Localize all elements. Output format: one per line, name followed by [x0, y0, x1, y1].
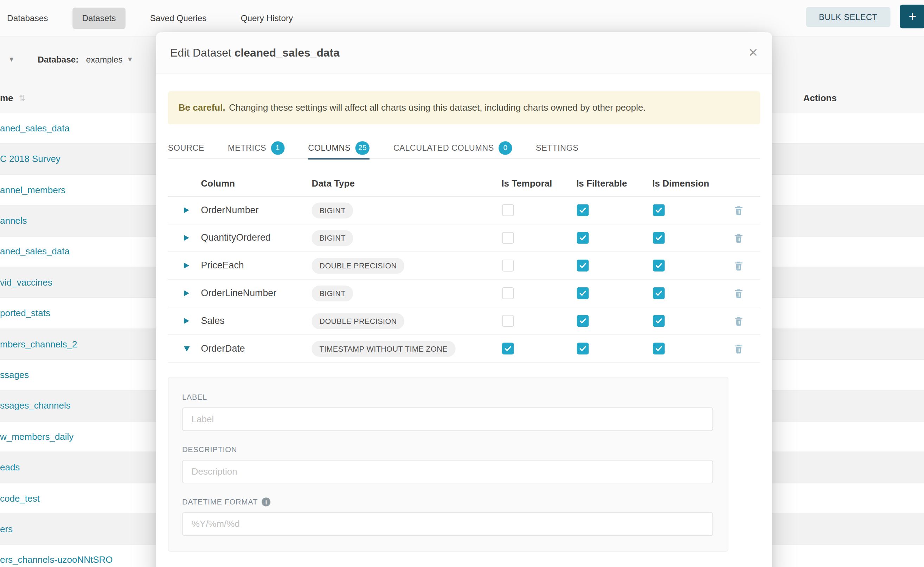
expand-caret-icon[interactable]	[184, 318, 189, 324]
is-filterable-checkbox[interactable]	[577, 342, 589, 354]
collapse-caret-icon[interactable]	[184, 346, 190, 351]
tab-columns-label: COLUMNS	[308, 143, 351, 153]
is-temporal-checkbox[interactable]	[502, 287, 514, 299]
dataset-link[interactable]: C 2018 Survey	[0, 154, 60, 164]
is-temporal-checkbox[interactable]	[502, 315, 514, 327]
expand-caret-icon[interactable]	[184, 207, 189, 213]
chevron-down-icon[interactable]: ▾	[9, 54, 14, 64]
modal-title: Edit Dataset cleaned_sales_data	[170, 46, 340, 59]
dataset-link[interactable]: aned_sales_data	[0, 246, 69, 257]
datetime-format-field-group: DATETIME FORMAT i	[182, 498, 714, 536]
columns-table-header: Column Data Type Is Temporal Is Filterab…	[168, 171, 760, 197]
is-dimension-checkbox[interactable]	[653, 260, 665, 272]
column-row: SalesDOUBLE PRECISION	[168, 308, 760, 335]
nav-item-query-history[interactable]: Query History	[231, 8, 302, 28]
dataset-link[interactable]: aned_sales_data	[0, 123, 69, 134]
datetime-format-input[interactable]	[182, 512, 713, 536]
dataset-link[interactable]: ported_stats	[0, 308, 50, 319]
column-row: OrderDateTIMESTAMP WITHOUT TIME ZONE	[168, 335, 760, 363]
columns-table-body: OrderNumberBIGINTQuantityOrderedBIGINTPr…	[168, 197, 760, 363]
is-temporal-checkbox[interactable]	[502, 342, 514, 354]
datetime-format-label-text: DATETIME FORMAT	[182, 498, 258, 506]
nav-item-datasets[interactable]: Datasets	[73, 8, 125, 28]
app-viewport: Databases Datasets Saved Queries Query H…	[0, 0, 924, 567]
delete-column-trash-icon[interactable]	[732, 204, 744, 216]
tab-settings[interactable]: SETTINGS	[536, 137, 578, 159]
dataset-link[interactable]: ers_channels-uzooNNtSRO	[0, 555, 113, 565]
dataset-link[interactable]: annel_members	[0, 184, 65, 195]
bulk-select-button[interactable]: BULK SELECT	[806, 7, 890, 27]
dataset-link[interactable]: annels	[0, 215, 27, 226]
dataset-link[interactable]: vid_vaccines	[0, 277, 53, 288]
is-dimension-checkbox[interactable]	[653, 315, 665, 327]
is-filterable-checkbox[interactable]	[577, 232, 589, 244]
dataset-link[interactable]: ssages_channels	[0, 400, 71, 411]
description-input[interactable]	[182, 460, 713, 483]
delete-column-trash-icon[interactable]	[732, 287, 744, 299]
datetime-format-field-label: DATETIME FORMAT i	[182, 498, 714, 506]
is-filterable-checkbox[interactable]	[577, 204, 589, 216]
column-row: OrderNumberBIGINT	[168, 197, 760, 225]
column-name: OrderNumber	[201, 205, 259, 214]
expand-caret-icon[interactable]	[184, 235, 189, 241]
nav-item-saved-queries[interactable]: Saved Queries	[141, 8, 216, 28]
delete-column-trash-icon[interactable]	[732, 342, 744, 354]
column-detail-panel: LABEL DESCRIPTION DATETIME FORMAT i	[168, 377, 728, 552]
calculated-columns-count-badge: 0	[498, 141, 512, 154]
actions-column-header: Actions	[803, 93, 837, 104]
is-dimension-checkbox[interactable]	[653, 342, 665, 354]
column-name: PriceEach	[201, 260, 244, 270]
data-type-pill: BIGINT	[312, 230, 354, 246]
is-filterable-checkbox[interactable]	[577, 287, 589, 299]
dataset-link[interactable]: code_test	[0, 493, 40, 504]
name-column-header[interactable]: me	[0, 93, 14, 104]
tab-settings-label: SETTINGS	[536, 143, 578, 153]
add-dataset-button[interactable]: +	[900, 4, 924, 28]
is-dimension-checkbox[interactable]	[653, 287, 665, 299]
modal-title-dataset-name: cleaned_sales_data	[235, 46, 340, 58]
database-filter-value[interactable]: examples	[86, 55, 123, 64]
column-row: OrderLineNumberBIGINT	[168, 280, 760, 308]
is-dimension-checkbox[interactable]	[653, 232, 665, 244]
label-input[interactable]	[182, 408, 713, 431]
columns-table: Column Data Type Is Temporal Is Filterab…	[168, 171, 760, 363]
dataset-link[interactable]: mbers_channels_2	[0, 339, 77, 350]
is-temporal-checkbox[interactable]	[502, 260, 514, 272]
warning-banner-text: Changing these settings will affect all …	[226, 103, 646, 112]
delete-column-trash-icon[interactable]	[732, 232, 744, 244]
expand-caret-icon[interactable]	[184, 263, 189, 269]
is-filterable-checkbox[interactable]	[577, 315, 589, 327]
tab-metrics[interactable]: METRICS 1	[228, 137, 284, 159]
column-row: PriceEachDOUBLE PRECISION	[168, 252, 760, 280]
delete-column-trash-icon[interactable]	[732, 315, 744, 327]
chevron-down-icon[interactable]: ▾	[128, 54, 132, 64]
close-icon[interactable]: ×	[749, 45, 758, 60]
tab-calculated-columns-label: CALCULATED COLUMNS	[393, 143, 494, 153]
nav-item-databases[interactable]: Databases	[0, 8, 57, 28]
modal-title-prefix: Edit Dataset	[170, 46, 231, 58]
dataset-link[interactable]: w_members_daily	[0, 431, 74, 442]
header-column: Column	[201, 178, 312, 189]
tab-source[interactable]: SOURCE	[168, 137, 204, 159]
dataset-link[interactable]: eads	[0, 462, 20, 473]
is-filterable-checkbox[interactable]	[577, 260, 589, 272]
label-field-label: LABEL	[182, 393, 714, 402]
description-field-label: DESCRIPTION	[182, 445, 714, 454]
description-field-group: DESCRIPTION	[182, 445, 714, 483]
info-icon[interactable]: i	[262, 498, 271, 506]
tab-columns[interactable]: COLUMNS 25	[308, 137, 370, 159]
expand-caret-icon[interactable]	[184, 290, 189, 296]
columns-count-badge: 25	[355, 141, 370, 154]
is-temporal-checkbox[interactable]	[502, 204, 514, 216]
dataset-link[interactable]: ers	[0, 524, 13, 535]
delete-column-trash-icon[interactable]	[732, 260, 744, 272]
warning-banner-title: Be careful.	[179, 103, 226, 112]
is-temporal-checkbox[interactable]	[502, 232, 514, 244]
tab-calculated-columns[interactable]: CALCULATED COLUMNS 0	[393, 137, 512, 159]
dataset-link[interactable]: ssages	[0, 370, 29, 380]
label-field-group: LABEL	[182, 393, 714, 431]
sort-icon[interactable]: ⇅	[19, 93, 25, 102]
is-dimension-checkbox[interactable]	[653, 204, 665, 216]
header-is-temporal: Is Temporal	[501, 178, 576, 189]
column-row: QuantityOrderedBIGINT	[168, 225, 760, 252]
